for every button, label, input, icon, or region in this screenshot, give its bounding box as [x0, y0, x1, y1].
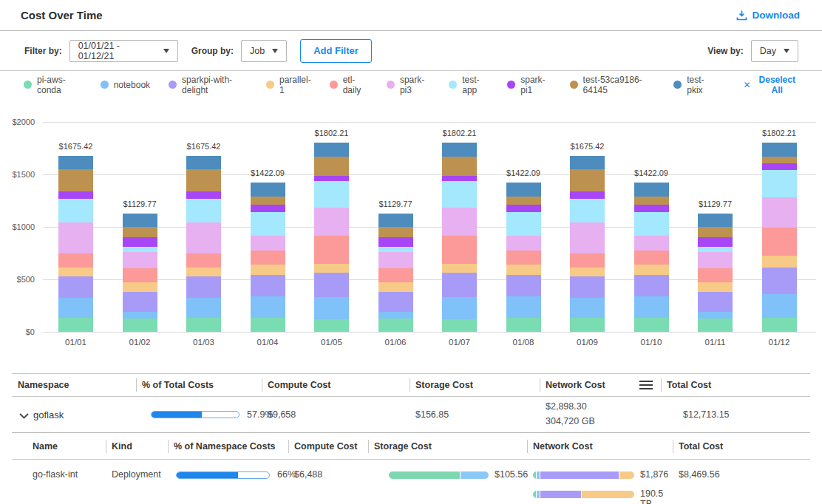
bar-segment-test-53ca9186-64145[interactable] [123, 227, 157, 237]
bar-segment-parallel-1[interactable] [58, 268, 93, 277]
bar-segment-test-pkix[interactable] [570, 156, 605, 169]
chart-bar-01-03[interactable] [186, 156, 221, 332]
bar-segment-test-53ca9186-64145[interactable] [251, 197, 285, 205]
bar-segment-sparkpi-with-delight[interactable] [762, 268, 797, 295]
bar-segment-sparkpi-with-delight[interactable] [123, 292, 157, 312]
bar-segment-spark-pi3[interactable] [442, 208, 477, 236]
bar-segment-spark-pi1[interactable] [698, 237, 733, 247]
bar-segment-etl-daily[interactable] [314, 236, 349, 264]
bar-segment-pi-aws-conda[interactable] [762, 318, 797, 332]
bar-segment-spark-pi1[interactable] [570, 191, 605, 199]
bar-segment-pi-aws-conda[interactable] [698, 319, 733, 332]
chart-bar-01-10[interactable] [634, 183, 669, 332]
bar-segment-spark-pi3[interactable] [378, 252, 413, 268]
bar-segment-spark-pi1[interactable] [762, 163, 797, 171]
bar-segment-parallel-1[interactable] [123, 282, 157, 292]
chart-bar-01-02[interactable] [123, 214, 157, 332]
bar-segment-parallel-1[interactable] [251, 265, 285, 274]
bar-segment-spark-pi1[interactable] [186, 191, 221, 199]
legend-item-pi-aws-conda[interactable]: pi-aws-conda [24, 75, 82, 95]
chart-bar-01-12[interactable] [762, 143, 797, 332]
bar-segment-spark-pi3[interactable] [570, 222, 605, 253]
legend-item-notebook[interactable]: notebook [101, 80, 150, 90]
bar-segment-parallel-1[interactable] [698, 282, 733, 292]
bar-segment-etl-daily[interactable] [762, 228, 797, 256]
bar-segment-spark-pi3[interactable] [762, 197, 797, 228]
expand-chevron-icon[interactable] [16, 409, 33, 421]
deselect-all-button[interactable]: ✕Deselect All [743, 75, 798, 95]
bar-segment-sparkpi-with-delight[interactable] [698, 292, 733, 312]
bar-segment-spark-pi3[interactable] [314, 208, 349, 236]
legend-item-etl-daily[interactable]: etl-daily [330, 75, 368, 95]
bar-segment-spark-pi3[interactable] [123, 252, 157, 268]
chart-bar-01-05[interactable] [314, 143, 349, 332]
bar-segment-notebook[interactable] [123, 312, 157, 319]
bar-segment-pi-aws-conda[interactable] [123, 319, 157, 332]
bar-segment-spark-pi1[interactable] [123, 237, 157, 247]
bar-segment-test-53ca9186-64145[interactable] [570, 169, 605, 191]
bar-segment-test-app[interactable] [698, 247, 733, 252]
bar-segment-test-pkix[interactable] [634, 183, 669, 197]
bar-segment-notebook[interactable] [186, 298, 221, 318]
bar-segment-test-pkix[interactable] [58, 156, 93, 169]
bar-segment-test-pkix[interactable] [314, 143, 349, 157]
chart-bar-01-04[interactable] [251, 183, 285, 332]
chart-bar-01-08[interactable] [506, 183, 541, 332]
bar-segment-notebook[interactable] [698, 312, 733, 319]
bar-segment-pi-aws-conda[interactable] [506, 318, 541, 332]
chart-bar-01-09[interactable] [570, 156, 605, 332]
column-menu-icon[interactable] [639, 380, 653, 390]
bar-segment-parallel-1[interactable] [570, 268, 605, 277]
bar-segment-test-53ca9186-64145[interactable] [378, 227, 413, 237]
bar-segment-test-app[interactable] [123, 247, 157, 252]
bar-segment-notebook[interactable] [58, 298, 93, 318]
bar-segment-pi-aws-conda[interactable] [314, 319, 349, 332]
bar-segment-sparkpi-with-delight[interactable] [570, 276, 605, 297]
bar-segment-spark-pi1[interactable] [314, 176, 349, 181]
bar-segment-etl-daily[interactable] [123, 268, 157, 283]
bar-segment-notebook[interactable] [442, 297, 477, 319]
bar-segment-spark-pi1[interactable] [634, 205, 669, 212]
bar-segment-test-pkix[interactable] [506, 183, 541, 197]
bar-segment-pi-aws-conda[interactable] [251, 318, 285, 332]
bar-segment-test-app[interactable] [634, 212, 669, 236]
bar-segment-sparkpi-with-delight[interactable] [58, 276, 93, 297]
bar-segment-test-app[interactable] [314, 181, 349, 208]
chart-bar-01-11[interactable] [698, 214, 733, 332]
bar-segment-test-app[interactable] [506, 212, 541, 236]
bar-segment-test-53ca9186-64145[interactable] [442, 157, 477, 176]
legend-item-test-53ca9186-64145[interactable]: test-53ca9186-64145 [570, 75, 656, 95]
bar-segment-test-app[interactable] [762, 170, 797, 197]
bar-segment-etl-daily[interactable] [698, 268, 733, 283]
bar-segment-test-53ca9186-64145[interactable] [58, 169, 93, 191]
bar-segment-parallel-1[interactable] [442, 264, 477, 273]
bar-segment-spark-pi1[interactable] [442, 176, 477, 181]
bar-segment-etl-daily[interactable] [506, 251, 541, 265]
bar-segment-sparkpi-with-delight[interactable] [251, 275, 285, 297]
bar-segment-etl-daily[interactable] [251, 251, 285, 265]
bar-segment-test-pkix[interactable] [698, 214, 733, 227]
bar-segment-spark-pi3[interactable] [58, 222, 93, 253]
bar-segment-test-53ca9186-64145[interactable] [634, 197, 669, 205]
bar-segment-spark-pi3[interactable] [506, 236, 541, 251]
bar-segment-sparkpi-with-delight[interactable] [506, 275, 541, 297]
bar-segment-sparkpi-with-delight[interactable] [634, 275, 669, 297]
bar-segment-spark-pi3[interactable] [698, 252, 733, 268]
bar-segment-test-pkix[interactable] [186, 156, 221, 169]
bar-segment-notebook[interactable] [314, 297, 349, 319]
chart-bar-01-07[interactable] [442, 143, 477, 332]
bar-segment-test-app[interactable] [251, 212, 285, 236]
bar-segment-etl-daily[interactable] [186, 253, 221, 268]
bar-segment-etl-daily[interactable] [570, 253, 605, 268]
bar-segment-notebook[interactable] [506, 296, 541, 318]
bar-segment-notebook[interactable] [634, 296, 669, 318]
bar-segment-pi-aws-conda[interactable] [634, 318, 669, 332]
bar-segment-sparkpi-with-delight[interactable] [186, 276, 221, 297]
bar-segment-notebook[interactable] [251, 296, 285, 318]
download-button[interactable]: Download [736, 10, 801, 21]
bar-segment-test-53ca9186-64145[interactable] [506, 197, 541, 205]
bar-segment-test-pkix[interactable] [378, 214, 413, 227]
bar-segment-test-app[interactable] [186, 199, 221, 223]
bar-segment-sparkpi-with-delight[interactable] [378, 292, 413, 312]
legend-item-test-app[interactable]: test-app [449, 75, 489, 95]
